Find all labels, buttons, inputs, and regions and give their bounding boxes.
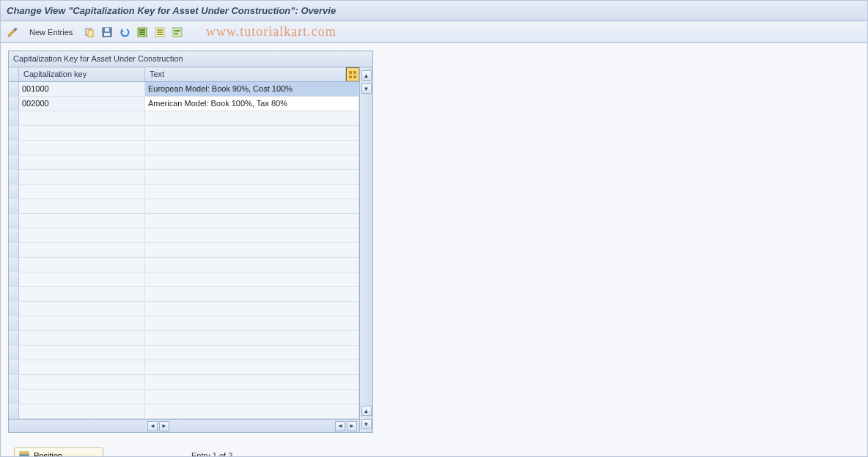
row-selector[interactable] <box>9 97 19 111</box>
cell-capitalization-key[interactable] <box>19 155 145 169</box>
row-selector[interactable] <box>9 316 19 330</box>
table-row[interactable] <box>9 272 359 287</box>
copy-icon[interactable] <box>82 25 97 40</box>
row-selector[interactable] <box>9 404 19 418</box>
cell-text[interactable]: European Model: Book 90%, Cost 100% <box>145 82 359 96</box>
scroll-down-button[interactable]: ▼ <box>361 83 372 94</box>
select-all-icon[interactable] <box>135 25 150 40</box>
table-row[interactable] <box>9 141 359 155</box>
cell-text[interactable] <box>145 141 359 155</box>
row-selector[interactable] <box>9 375 19 389</box>
scroll-down-page-button[interactable]: ▼ <box>361 419 372 429</box>
cell-text[interactable] <box>145 390 359 404</box>
cell-capitalization-key[interactable] <box>19 272 145 286</box>
row-selector[interactable] <box>9 390 19 404</box>
cell-text[interactable] <box>145 258 359 272</box>
cell-capitalization-key[interactable] <box>19 214 145 228</box>
row-selector[interactable] <box>9 170 19 184</box>
cell-text[interactable] <box>145 185 359 198</box>
cell-text[interactable] <box>145 214 359 228</box>
cell-text[interactable] <box>145 360 359 374</box>
table-row[interactable] <box>9 287 359 302</box>
row-selector[interactable] <box>9 346 19 360</box>
table-row[interactable] <box>9 185 359 199</box>
position-button[interactable]: Position... <box>14 447 103 457</box>
cell-text[interactable] <box>145 346 359 360</box>
row-selector[interactable] <box>9 287 19 301</box>
table-row[interactable] <box>9 404 359 419</box>
row-selector[interactable] <box>9 331 19 345</box>
column-header-key[interactable]: Capitalization key <box>19 67 145 81</box>
row-selector[interactable] <box>9 214 19 228</box>
table-row[interactable]: 001000European Model: Book 90%, Cost 100… <box>9 82 359 97</box>
row-selector[interactable] <box>9 111 19 125</box>
table-row[interactable]: 002000American Model: Book 100%, Tax 80% <box>9 97 359 111</box>
cell-text[interactable] <box>145 316 359 330</box>
deselect-all-icon[interactable] <box>152 25 167 40</box>
table-row[interactable] <box>9 258 359 272</box>
cell-text[interactable] <box>145 243 359 257</box>
table-row[interactable] <box>9 360 359 375</box>
save-icon[interactable] <box>100 25 114 40</box>
cell-text[interactable]: American Model: Book 100%, Tax 80% <box>145 97 359 111</box>
row-selector[interactable] <box>9 243 19 257</box>
table-row[interactable] <box>9 126 359 141</box>
cell-capitalization-key[interactable] <box>19 228 145 242</box>
row-selector[interactable] <box>9 185 19 198</box>
table-row[interactable] <box>9 228 359 243</box>
cell-capitalization-key[interactable] <box>19 243 145 257</box>
cell-capitalization-key[interactable] <box>19 346 145 360</box>
scroll-up-page-button[interactable]: ▲ <box>361 406 372 416</box>
row-selector[interactable] <box>9 302 19 316</box>
cell-capitalization-key[interactable]: 002000 <box>19 97 145 111</box>
table-row[interactable] <box>9 346 359 360</box>
cell-capitalization-key[interactable] <box>19 331 145 345</box>
cell-text[interactable] <box>145 111 359 125</box>
cell-capitalization-key[interactable] <box>19 258 145 272</box>
cell-text[interactable] <box>145 228 359 242</box>
cell-capitalization-key[interactable] <box>19 404 145 418</box>
table-row[interactable] <box>9 111 359 126</box>
table-row[interactable] <box>9 243 359 258</box>
cell-capitalization-key[interactable] <box>19 316 145 330</box>
row-selector[interactable] <box>9 199 19 213</box>
column-header-text[interactable]: Text <box>145 67 346 81</box>
cell-capitalization-key[interactable] <box>19 170 145 184</box>
selection-icon[interactable] <box>170 25 185 40</box>
table-row[interactable] <box>9 155 359 170</box>
toggle-edit-icon[interactable] <box>5 25 20 40</box>
cell-text[interactable] <box>145 155 359 169</box>
new-entries-button[interactable]: New Entries <box>23 24 79 40</box>
cell-text[interactable] <box>145 272 359 286</box>
table-row[interactable] <box>9 331 359 346</box>
cell-capitalization-key[interactable] <box>19 126 145 140</box>
cell-text[interactable] <box>145 170 359 184</box>
cell-capitalization-key[interactable] <box>19 199 145 213</box>
table-row[interactable] <box>9 302 359 316</box>
row-selector[interactable] <box>9 126 19 140</box>
table-row[interactable] <box>9 375 359 390</box>
scroll-up-button[interactable]: ▲ <box>361 70 372 81</box>
cell-text[interactable] <box>145 199 359 213</box>
row-selector[interactable] <box>9 272 19 286</box>
row-selector[interactable] <box>9 155 19 169</box>
cell-text[interactable] <box>145 287 359 301</box>
row-selector[interactable] <box>9 228 19 242</box>
cell-capitalization-key[interactable] <box>19 360 145 374</box>
cell-capitalization-key[interactable] <box>19 375 145 389</box>
row-selector[interactable] <box>9 258 19 272</box>
row-selector[interactable] <box>9 141 19 155</box>
table-row[interactable] <box>9 170 359 185</box>
table-row[interactable] <box>9 390 359 404</box>
table-row[interactable] <box>9 199 359 214</box>
cell-capitalization-key[interactable] <box>19 185 145 198</box>
cell-text[interactable] <box>145 404 359 418</box>
cell-capitalization-key[interactable] <box>19 111 145 125</box>
cell-capitalization-key[interactable]: 001000 <box>19 82 145 96</box>
cell-capitalization-key[interactable] <box>19 390 145 404</box>
scroll-right-end-button[interactable]: ► <box>347 421 357 431</box>
scroll-left-button[interactable]: ◄ <box>147 421 158 431</box>
scroll-right-button[interactable]: ► <box>159 421 169 431</box>
cell-capitalization-key[interactable] <box>19 302 145 316</box>
table-configure-icon[interactable] <box>346 67 359 81</box>
